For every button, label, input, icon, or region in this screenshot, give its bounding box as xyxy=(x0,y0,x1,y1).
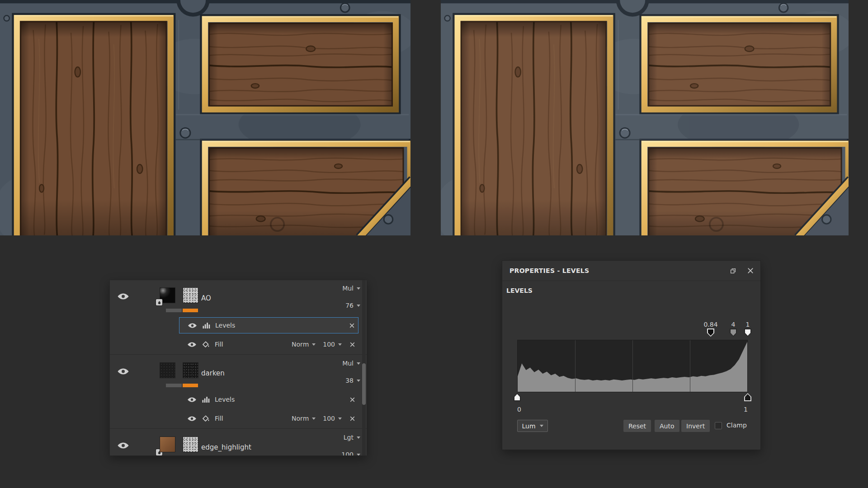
blend-mode-value: Norm xyxy=(292,415,309,422)
layer-content-thumbnail[interactable] xyxy=(183,436,198,452)
fill-bucket-icon xyxy=(202,341,210,347)
scrollbar-thumb[interactable] xyxy=(362,363,366,405)
effect-label: Levels xyxy=(215,322,235,329)
auto-button[interactable]: Auto xyxy=(655,420,679,432)
undock-panel-icon[interactable] xyxy=(730,268,736,274)
output-high-label: 1 xyxy=(744,406,748,413)
gamma-value: 4 xyxy=(731,321,736,328)
levels-histogram xyxy=(517,340,748,392)
reset-button[interactable]: Reset xyxy=(623,420,651,432)
effect-row-levels[interactable]: Levels xyxy=(179,391,359,408)
blend-mode-value: Lgt xyxy=(344,434,354,441)
blend-mode-dropdown[interactable]: Mul xyxy=(342,285,360,292)
input-low-value: 0.84 xyxy=(703,321,717,328)
panel-title: PROPERTIES - LEVELS xyxy=(509,267,589,274)
effect-label: Fill xyxy=(215,341,223,348)
blend-mode-value: Mul xyxy=(342,360,354,367)
opacity-value: 100 xyxy=(323,415,335,422)
mask-badge-icon xyxy=(156,299,162,305)
chevron-down-icon xyxy=(540,425,543,427)
levels-histogram-icon xyxy=(203,322,210,328)
layer-name: AO xyxy=(201,280,211,316)
remove-effect-icon[interactable] xyxy=(350,416,355,421)
opacity-value: 100 xyxy=(323,341,335,348)
crate-texture-image xyxy=(441,0,849,235)
channel-select[interactable]: Lum xyxy=(517,420,548,432)
channel-value: Lum xyxy=(522,422,535,430)
opacity-dropdown[interactable]: 100 xyxy=(323,415,342,422)
close-panel-icon[interactable] xyxy=(748,268,753,273)
chevron-down-icon xyxy=(357,380,360,382)
output-low-handle[interactable] xyxy=(514,393,521,401)
layer-opacity-bar[interactable] xyxy=(183,384,198,387)
output-high-handle[interactable] xyxy=(744,393,751,401)
chevron-down-icon xyxy=(357,454,360,456)
chevron-down-icon xyxy=(338,418,342,420)
blend-mode-value: Mul xyxy=(342,285,354,292)
texture-viewport-after[interactable] xyxy=(441,0,849,235)
layer-name: edge_highlight xyxy=(201,429,251,456)
input-low-handle[interactable] xyxy=(707,328,714,337)
chevron-down-icon xyxy=(357,287,360,290)
mask-opacity-bar[interactable] xyxy=(166,384,182,387)
effect-row-levels-selected[interactable]: Levels xyxy=(179,317,359,333)
mask-opacity-bar[interactable] xyxy=(166,309,182,312)
chevron-down-icon xyxy=(357,305,360,307)
invert-button[interactable]: Invert xyxy=(681,420,710,432)
clamp-label: Clamp xyxy=(726,422,747,429)
chevron-down-icon xyxy=(312,418,316,420)
visibility-eye-icon[interactable] xyxy=(117,368,129,375)
layer-row-edge-highlight[interactable]: edge_highlight Lgt 100 xyxy=(110,429,367,456)
texture-viewport-before[interactable] xyxy=(0,0,410,235)
opacity-value: 38 xyxy=(345,377,354,384)
input-high-handle[interactable] xyxy=(744,328,751,337)
chevron-down-icon xyxy=(312,343,316,346)
layer-mask-thumbnail[interactable] xyxy=(160,436,175,452)
opacity-dropdown[interactable]: 38 xyxy=(345,377,360,384)
blend-mode-dropdown[interactable]: Norm xyxy=(292,341,316,348)
effect-label: Fill xyxy=(215,415,223,422)
layer-mask-thumbnail[interactable] xyxy=(160,362,175,378)
remove-effect-icon[interactable] xyxy=(349,323,354,328)
crate-texture-image xyxy=(0,0,410,235)
layer-row-darken[interactable]: darken Mul 38 xyxy=(110,355,367,391)
chevron-down-icon xyxy=(357,362,360,365)
layers-panel: AO Mul 76 Levels F xyxy=(109,280,367,456)
opacity-value: 100 xyxy=(341,451,354,456)
layer-row-ao[interactable]: AO Mul 76 xyxy=(110,280,367,316)
opacity-dropdown[interactable]: 76 xyxy=(345,302,360,309)
levels-section-title: LEVELS xyxy=(506,287,533,294)
visibility-eye-icon[interactable] xyxy=(187,416,197,422)
properties-panel-header: PROPERTIES - LEVELS xyxy=(502,261,760,281)
clamp-checkbox[interactable] xyxy=(715,422,722,429)
opacity-dropdown[interactable]: 100 xyxy=(323,341,342,348)
input-high-value: 1 xyxy=(746,321,750,328)
levels-histogram-icon xyxy=(202,396,210,403)
layer-opacity-bar[interactable] xyxy=(183,309,198,312)
blend-mode-dropdown[interactable]: Norm xyxy=(292,415,316,422)
visibility-eye-icon[interactable] xyxy=(187,397,197,403)
chevron-down-icon xyxy=(338,343,342,346)
app-root: AO Mul 76 Levels F xyxy=(0,0,868,488)
effect-row-fill[interactable]: Fill Norm 100 xyxy=(179,410,359,427)
output-low-label: 0 xyxy=(517,406,521,413)
blend-mode-dropdown[interactable]: Lgt xyxy=(344,434,360,441)
layer-content-thumbnail[interactable] xyxy=(183,287,198,303)
effect-label: Levels xyxy=(215,396,235,403)
fill-bucket-icon xyxy=(202,415,210,422)
layer-name: darken xyxy=(201,355,225,391)
effect-row-fill[interactable]: Fill Norm 100 xyxy=(179,336,359,352)
visibility-eye-icon[interactable] xyxy=(117,442,129,449)
opacity-dropdown[interactable]: 100 xyxy=(341,451,360,456)
visibility-eye-icon[interactable] xyxy=(187,342,197,347)
gamma-handle[interactable] xyxy=(730,328,737,337)
blend-mode-dropdown[interactable]: Mul xyxy=(342,360,360,367)
blend-mode-value: Norm xyxy=(292,341,309,348)
remove-effect-icon[interactable] xyxy=(350,397,355,402)
remove-effect-icon[interactable] xyxy=(350,342,355,347)
chevron-down-icon xyxy=(357,436,360,439)
layer-content-thumbnail[interactable] xyxy=(183,362,198,378)
visibility-eye-icon[interactable] xyxy=(117,293,129,300)
opacity-value: 76 xyxy=(345,302,354,309)
visibility-eye-icon[interactable] xyxy=(188,323,197,328)
